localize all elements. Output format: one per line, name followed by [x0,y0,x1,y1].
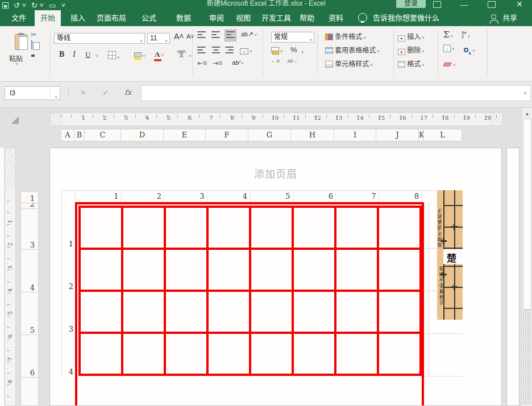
decrease-decimal-button[interactable]: .00→ [286,59,297,64]
scrollbar-thumb[interactable] [523,119,531,309]
tab-7[interactable]: 视图 [230,10,256,26]
grid-cell-r4c2[interactable] [122,333,165,375]
maximize-icon[interactable] [488,1,496,8]
formula-input[interactable]: ˅ [141,85,531,101]
grid-cell-r1c2[interactable] [122,207,165,249]
font-size-combo[interactable]: 11˅ [147,33,170,44]
grid-cell-r3c3[interactable] [165,291,207,333]
scrollbar-track[interactable] [522,309,532,405]
column-header-D[interactable]: D [121,129,164,141]
row-header-4[interactable]: 4 [20,250,39,292]
orientation-button[interactable]: ab↗˅ [241,31,257,38]
row-header-2[interactable]: 2 [20,203,39,209]
align-right-button[interactable] [225,47,234,55]
formula-bar-grip[interactable]: ⋮ [65,87,72,96]
grid-cell-r1c4[interactable] [207,207,250,249]
delete-cells-button[interactable]: × 删除˅ [398,45,425,55]
tab-2[interactable]: 插入 [65,10,91,26]
enter-button[interactable]: ✓ [102,88,109,97]
merge-center-button[interactable]: ↔˅ [240,47,252,55]
grid-cell-r1c6[interactable] [293,207,335,249]
accounting-format-button[interactable]: ˅ [271,47,283,55]
grid-cell-r1c8[interactable] [378,207,421,249]
red-grid[interactable] [78,206,422,376]
grid-cell-r1c3[interactable] [165,207,207,249]
grid-cell-r2c5[interactable] [250,249,293,291]
format-cells-button[interactable]: 格式˅ [398,58,425,68]
worksheet-page[interactable]: 添加页眉 12345678 [49,148,502,406]
decrease-font-button[interactable]: A˅ [186,33,194,40]
column-header-C[interactable]: C [85,129,121,141]
tab-4[interactable]: 公式 [136,10,162,26]
increase-font-button[interactable]: A˄ [174,32,184,41]
increase-decimal-button[interactable]: ←.0 [271,59,280,64]
column-header-A[interactable]: A [61,129,74,141]
grid-cell-r3c4[interactable] [207,291,250,333]
percent-style-button[interactable]: % [290,45,297,54]
grid-cell-r4c8[interactable] [378,333,421,375]
grid-cell-r3c7[interactable] [335,291,378,333]
tab-5[interactable]: 数据 [171,10,197,26]
grid-cell-r2c1[interactable] [80,249,122,291]
grid-cell-r3c6[interactable] [293,291,335,333]
clear-button[interactable]: ˅ [444,60,456,68]
column-header-F[interactable]: F [206,129,248,141]
align-left-button[interactable] [197,47,206,55]
underline-dropdown[interactable]: ˅ [95,53,98,58]
row-header-blank[interactable] [20,378,39,406]
cell-styles-button[interactable]: 单元格样式˅ [325,58,373,68]
row-header-3[interactable]: 3 [20,209,39,250]
fill-color-button[interactable]: ˅ [134,51,146,59]
sort-filter-button[interactable]: A▾Z˅ [462,31,470,40]
column-header-B[interactable]: B [74,129,85,141]
column-header-J[interactable]: J [376,129,419,141]
insert-cells-button[interactable]: + 插入˅ [398,31,425,41]
grid-cell-r4c1[interactable] [80,333,122,375]
close-icon[interactable]: ✕ [516,0,523,9]
grid-cell-r4c3[interactable] [165,333,207,375]
increase-indent-button[interactable]: ⇥≡ [213,59,222,67]
column-header-I[interactable]: I [334,129,376,141]
fill-button[interactable]: ↓˅ [443,44,455,52]
name-box-dropdown-icon[interactable]: ˅ [55,91,57,104]
tell-me-box[interactable]: 告诉我你想要做什么 [373,10,439,26]
grid-cell-r3c5[interactable] [250,291,293,333]
grid-cell-r2c4[interactable] [207,249,250,291]
align-middle-button[interactable] [211,31,220,40]
wrap-text-button[interactable]: ab⁄˅ [232,59,244,66]
column-header-G[interactable]: G [248,129,291,141]
share-button[interactable]: 共享 [502,10,517,26]
row-header-1[interactable]: 1 [20,191,39,203]
align-top-button[interactable] [197,31,206,40]
number-format-combo[interactable]: 常规˅ [271,32,314,43]
grid-cell-r2c2[interactable] [122,249,165,291]
grid-cell-r2c7[interactable] [335,249,378,291]
insert-function-button[interactable]: fx [124,88,131,97]
find-select-button[interactable]: ˅ [464,46,475,54]
ribbon-display-options-icon[interactable] [433,1,441,8]
grid-cell-r4c7[interactable] [335,333,378,375]
grid-cell-r3c2[interactable] [122,291,165,333]
underline-button[interactable]: U [85,50,90,59]
grid-cell-r4c5[interactable] [250,333,293,375]
cancel-button[interactable]: × [81,88,85,97]
borders-button[interactable]: ˅ [108,51,120,61]
grid-cell-r3c8[interactable] [378,291,421,333]
decrease-indent-button[interactable]: ⇤≡ [197,59,207,67]
tab-1[interactable]: 开始 [35,10,61,26]
formula-bar-expand-icon[interactable]: ˅ [523,90,527,97]
comma-style-button[interactable]: , [301,44,304,54]
cut-button[interactable]: ✂ [31,31,36,39]
column-header-E[interactable]: E [164,129,206,141]
phonetic-dropdown[interactable]: ˅ [189,53,192,58]
grid-cell-r1c5[interactable] [250,207,293,249]
phonetic-button[interactable]: wén文 [177,49,186,57]
column-header-L[interactable]: L [423,129,462,141]
font-name-combo[interactable]: 等线˅ [54,33,145,44]
grid-cell-r1c1[interactable] [80,207,122,249]
grid-cell-r4c4[interactable] [207,333,250,375]
row-header-5[interactable]: 5 [20,292,39,335]
select-all-corner[interactable] [11,116,19,124]
column-header-K[interactable]: K [419,129,423,141]
minimize-icon[interactable] [460,1,468,6]
